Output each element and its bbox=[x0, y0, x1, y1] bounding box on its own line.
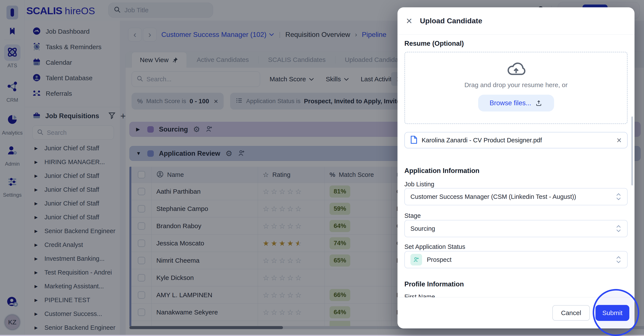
select-stepper-icon bbox=[616, 192, 622, 201]
cancel-button[interactable]: Cancel bbox=[552, 305, 590, 321]
prospect-icon bbox=[410, 254, 422, 266]
select-stepper-icon bbox=[616, 224, 622, 233]
dropzone-text: Drag and drop your resume here, or bbox=[405, 81, 627, 89]
upload-candidate-modal: × Upload Candidate Resume (Optional) Dra… bbox=[398, 7, 634, 328]
screen-bottom-edge bbox=[0, 335, 644, 336]
stage-label: Stage bbox=[404, 212, 421, 219]
profile-info-title: Profile Information bbox=[404, 280, 464, 288]
uploaded-file-chip[interactable]: Karolina Zanardi - CV Product Designer.p… bbox=[404, 132, 628, 148]
stage-value: Sourcing bbox=[410, 225, 611, 232]
job-listing-label: Job Listing bbox=[404, 181, 434, 188]
modal-scrollbar[interactable] bbox=[631, 116, 633, 186]
browse-files-label: Browse files... bbox=[490, 99, 531, 107]
status-value: Prospect bbox=[427, 256, 611, 263]
status-select[interactable]: Prospect bbox=[404, 251, 628, 268]
job-listing-select[interactable]: Customer Success Manager (CSM (Linkedin … bbox=[404, 188, 628, 205]
stage-select[interactable]: Sourcing bbox=[404, 220, 628, 237]
modal-header: × Upload Candidate bbox=[398, 7, 634, 34]
application-info-title: Application Information bbox=[404, 167, 480, 175]
upload-icon bbox=[535, 100, 542, 107]
remove-file-icon[interactable]: × bbox=[616, 136, 622, 145]
resume-section-label: Resume (Optional) bbox=[404, 40, 464, 48]
select-stepper-icon bbox=[616, 255, 622, 264]
modal-title: Upload Candidate bbox=[420, 16, 482, 25]
resume-dropzone[interactable]: Drag and drop your resume here, or Brows… bbox=[404, 52, 628, 124]
status-label: Set Application Status bbox=[404, 243, 465, 250]
app-screen: SCALIS hireOS bbox=[0, 0, 644, 336]
cloud-upload-icon bbox=[405, 62, 627, 77]
file-icon bbox=[410, 136, 417, 145]
job-listing-value: Customer Success Manager (CSM (Linkedin … bbox=[410, 193, 611, 200]
close-icon[interactable]: × bbox=[406, 16, 412, 26]
modal-body: Resume (Optional) Drag and drop your res… bbox=[398, 34, 634, 297]
file-name: Karolina Zanardi - CV Product Designer.p… bbox=[422, 137, 612, 144]
browse-files-button[interactable]: Browse files... bbox=[478, 95, 554, 112]
first-name-label: First Name bbox=[404, 293, 435, 297]
